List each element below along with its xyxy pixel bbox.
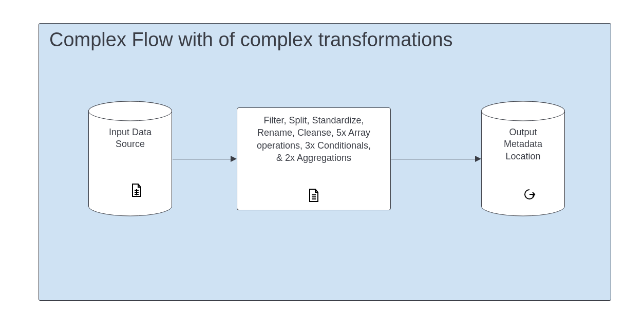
node-transformations: Filter, Split, Standardize, Rename, Clea… [237, 107, 391, 210]
node-label-line: & 2x Aggregations [257, 152, 371, 164]
arrow-head-icon [231, 156, 237, 162]
svg-point-1 [89, 101, 172, 121]
diagram-container: Complex Flow with of complex transformat… [39, 23, 611, 301]
node-label-line: Location [486, 151, 560, 162]
connector-arrow [391, 159, 476, 159]
node-label-line: operations, 3x Conditionals, [257, 139, 371, 152]
node-label-line: Filter, Split, Standardize, [257, 114, 371, 126]
node-input-data-source: Input Data Source [88, 101, 173, 216]
node-output-metadata-location: Output Metadata Location [481, 101, 565, 216]
node-label-line: Rename, Cleanse, 5x Array [257, 126, 371, 139]
node-label: Input Data Source [88, 126, 173, 151]
connector-arrow [173, 159, 232, 159]
cylinder-shape [88, 101, 173, 216]
node-label-line: Metadata [486, 138, 560, 150]
node-label: Output Metadata Location [481, 126, 565, 162]
node-label-line: Source [93, 138, 167, 150]
diagram-title: Complex Flow with of complex transformat… [49, 29, 453, 51]
node-label: Filter, Split, Standardize, Rename, Clea… [257, 114, 371, 164]
document-file-icon [308, 188, 320, 205]
svg-point-10 [482, 101, 565, 121]
node-label-line: Input Data [93, 126, 167, 138]
node-label-line: Output [486, 126, 560, 138]
